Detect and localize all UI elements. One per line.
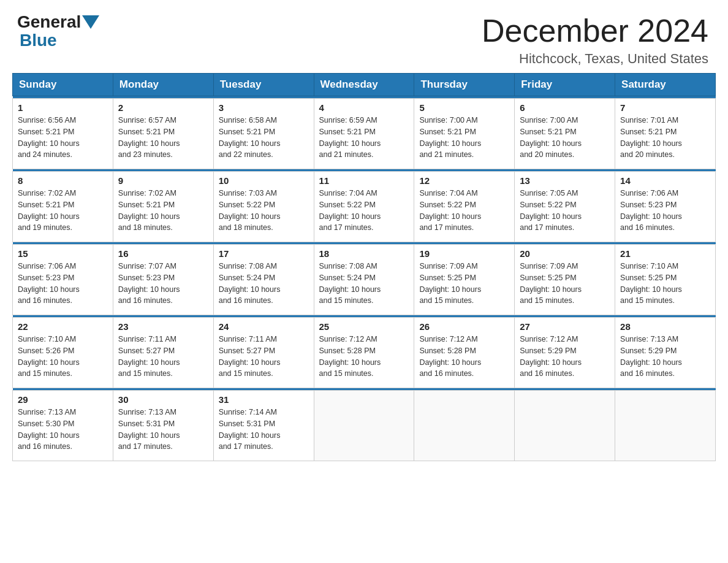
day-number: 16	[118, 248, 208, 259]
day-info: Sunrise: 6:59 AMSunset: 5:21 PMDaylight:…	[319, 115, 409, 161]
header: General Blue December 2024 Hitchcock, Te…	[0, 0, 728, 73]
day-info: Sunrise: 7:13 AMSunset: 5:29 PMDaylight:…	[620, 334, 710, 380]
month-title: December 2024	[482, 13, 708, 48]
day-number: 8	[18, 175, 108, 186]
day-info: Sunrise: 7:06 AMSunset: 5:23 PMDaylight:…	[18, 261, 108, 307]
day-number: 26	[419, 321, 509, 332]
day-info: Sunrise: 7:12 AMSunset: 5:29 PMDaylight:…	[520, 334, 610, 380]
day-number: 1	[18, 102, 108, 113]
day-number: 14	[620, 175, 710, 186]
day-info: Sunrise: 7:13 AMSunset: 5:31 PMDaylight:…	[118, 407, 208, 453]
calendar-week-row: 15Sunrise: 7:06 AMSunset: 5:23 PMDayligh…	[13, 245, 716, 315]
page-container: General Blue December 2024 Hitchcock, Te…	[0, 0, 728, 473]
day-number: 29	[18, 394, 108, 405]
table-row: 6Sunrise: 7:00 AMSunset: 5:21 PMDaylight…	[515, 99, 615, 169]
table-row: 7Sunrise: 7:01 AMSunset: 5:21 PMDaylight…	[615, 99, 716, 169]
table-row: 15Sunrise: 7:06 AMSunset: 5:23 PMDayligh…	[13, 245, 113, 315]
calendar-wrapper: SundayMondayTuesdayWednesdayThursdayFrid…	[0, 73, 728, 473]
day-number: 22	[18, 321, 108, 332]
table-row: 19Sunrise: 7:09 AMSunset: 5:25 PMDayligh…	[414, 245, 515, 315]
table-row	[515, 391, 615, 461]
table-row: 12Sunrise: 7:04 AMSunset: 5:22 PMDayligh…	[414, 172, 515, 242]
day-info: Sunrise: 6:56 AMSunset: 5:21 PMDaylight:…	[18, 115, 108, 161]
day-number: 21	[620, 248, 710, 259]
day-info: Sunrise: 7:08 AMSunset: 5:24 PMDaylight:…	[219, 261, 309, 307]
day-number: 12	[419, 175, 509, 186]
header-row: SundayMondayTuesdayWednesdayThursdayFrid…	[13, 74, 716, 96]
day-info: Sunrise: 7:12 AMSunset: 5:28 PMDaylight:…	[319, 334, 409, 380]
table-row: 21Sunrise: 7:10 AMSunset: 5:25 PMDayligh…	[615, 245, 716, 315]
table-row: 16Sunrise: 7:07 AMSunset: 5:23 PMDayligh…	[113, 245, 213, 315]
header-day-saturday: Saturday	[615, 74, 716, 96]
table-row: 4Sunrise: 6:59 AMSunset: 5:21 PMDaylight…	[314, 99, 414, 169]
day-info: Sunrise: 7:02 AMSunset: 5:21 PMDaylight:…	[118, 188, 208, 234]
day-number: 30	[118, 394, 208, 405]
day-number: 24	[219, 321, 309, 332]
table-row: 23Sunrise: 7:11 AMSunset: 5:27 PMDayligh…	[113, 318, 213, 388]
day-info: Sunrise: 7:09 AMSunset: 5:25 PMDaylight:…	[419, 261, 509, 307]
day-number: 3	[219, 102, 309, 113]
calendar-week-row: 8Sunrise: 7:02 AMSunset: 5:21 PMDaylight…	[13, 172, 716, 242]
calendar-week-row: 29Sunrise: 7:13 AMSunset: 5:30 PMDayligh…	[13, 391, 716, 461]
day-info: Sunrise: 7:12 AMSunset: 5:28 PMDaylight:…	[419, 334, 509, 380]
day-number: 10	[219, 175, 309, 186]
table-row: 26Sunrise: 7:12 AMSunset: 5:28 PMDayligh…	[414, 318, 515, 388]
day-number: 4	[319, 102, 409, 113]
day-number: 27	[520, 321, 610, 332]
table-row: 25Sunrise: 7:12 AMSunset: 5:28 PMDayligh…	[314, 318, 414, 388]
day-info: Sunrise: 7:02 AMSunset: 5:21 PMDaylight:…	[18, 188, 108, 234]
title-area: December 2024 Hitchcock, Texas, United S…	[482, 13, 708, 67]
table-row	[314, 391, 414, 461]
day-info: Sunrise: 7:13 AMSunset: 5:30 PMDaylight:…	[18, 407, 108, 453]
table-row: 31Sunrise: 7:14 AMSunset: 5:31 PMDayligh…	[213, 391, 314, 461]
day-number: 15	[18, 248, 108, 259]
header-day-tuesday: Tuesday	[213, 74, 314, 96]
logo-text: General	[17, 13, 100, 31]
day-info: Sunrise: 7:07 AMSunset: 5:23 PMDaylight:…	[118, 261, 208, 307]
table-row	[414, 391, 515, 461]
table-row	[615, 391, 716, 461]
table-row: 17Sunrise: 7:08 AMSunset: 5:24 PMDayligh…	[213, 245, 314, 315]
calendar-header: SundayMondayTuesdayWednesdayThursdayFrid…	[13, 74, 716, 96]
day-number: 7	[620, 102, 710, 113]
day-info: Sunrise: 6:57 AMSunset: 5:21 PMDaylight:…	[118, 115, 208, 161]
day-number: 2	[118, 102, 208, 113]
day-number: 18	[319, 248, 409, 259]
day-info: Sunrise: 7:04 AMSunset: 5:22 PMDaylight:…	[319, 188, 409, 234]
day-info: Sunrise: 7:10 AMSunset: 5:25 PMDaylight:…	[620, 261, 710, 307]
table-row: 27Sunrise: 7:12 AMSunset: 5:29 PMDayligh…	[515, 318, 615, 388]
calendar-body: 1Sunrise: 6:56 AMSunset: 5:21 PMDaylight…	[13, 96, 716, 461]
table-row: 13Sunrise: 7:05 AMSunset: 5:22 PMDayligh…	[515, 172, 615, 242]
day-number: 6	[520, 102, 610, 113]
day-info: Sunrise: 7:04 AMSunset: 5:22 PMDaylight:…	[419, 188, 509, 234]
day-info: Sunrise: 7:00 AMSunset: 5:21 PMDaylight:…	[520, 115, 610, 161]
day-info: Sunrise: 7:09 AMSunset: 5:25 PMDaylight:…	[520, 261, 610, 307]
day-number: 5	[419, 102, 509, 113]
logo: General Blue	[17, 13, 100, 50]
calendar-table: SundayMondayTuesdayWednesdayThursdayFrid…	[12, 73, 716, 461]
table-row: 30Sunrise: 7:13 AMSunset: 5:31 PMDayligh…	[113, 391, 213, 461]
day-info: Sunrise: 7:03 AMSunset: 5:22 PMDaylight:…	[219, 188, 309, 234]
day-info: Sunrise: 7:01 AMSunset: 5:21 PMDaylight:…	[620, 115, 710, 161]
day-info: Sunrise: 7:14 AMSunset: 5:31 PMDaylight:…	[219, 407, 309, 453]
header-day-sunday: Sunday	[13, 74, 113, 96]
day-number: 31	[219, 394, 309, 405]
day-number: 28	[620, 321, 710, 332]
logo-triangle-icon	[82, 15, 99, 29]
day-info: Sunrise: 7:06 AMSunset: 5:23 PMDaylight:…	[620, 188, 710, 234]
day-info: Sunrise: 7:10 AMSunset: 5:26 PMDaylight:…	[18, 334, 108, 380]
calendar-week-row: 22Sunrise: 7:10 AMSunset: 5:26 PMDayligh…	[13, 318, 716, 388]
day-info: Sunrise: 6:58 AMSunset: 5:21 PMDaylight:…	[219, 115, 309, 161]
table-row: 8Sunrise: 7:02 AMSunset: 5:21 PMDaylight…	[13, 172, 113, 242]
day-info: Sunrise: 7:08 AMSunset: 5:24 PMDaylight:…	[319, 261, 409, 307]
day-number: 9	[118, 175, 208, 186]
table-row: 2Sunrise: 6:57 AMSunset: 5:21 PMDaylight…	[113, 99, 213, 169]
table-row: 5Sunrise: 7:00 AMSunset: 5:21 PMDaylight…	[414, 99, 515, 169]
table-row: 28Sunrise: 7:13 AMSunset: 5:29 PMDayligh…	[615, 318, 716, 388]
table-row: 9Sunrise: 7:02 AMSunset: 5:21 PMDaylight…	[113, 172, 213, 242]
header-day-monday: Monday	[113, 74, 213, 96]
logo-blue-text: Blue	[20, 31, 57, 50]
day-number: 20	[520, 248, 610, 259]
table-row: 29Sunrise: 7:13 AMSunset: 5:30 PMDayligh…	[13, 391, 113, 461]
table-row: 18Sunrise: 7:08 AMSunset: 5:24 PMDayligh…	[314, 245, 414, 315]
